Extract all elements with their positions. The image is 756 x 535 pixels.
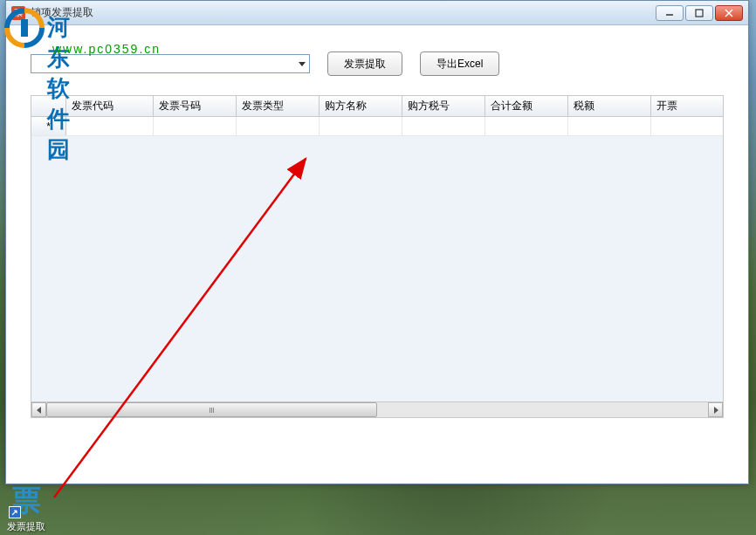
source-combobox[interactable] bbox=[31, 54, 310, 73]
grid-header-selector[interactable] bbox=[31, 96, 66, 116]
shortcut-arrow-icon bbox=[9, 506, 21, 518]
col-tax-amount[interactable]: 税额 bbox=[568, 96, 651, 116]
col-buyer-name[interactable]: 购方名称 bbox=[320, 96, 402, 116]
cell[interactable] bbox=[651, 117, 695, 135]
main-window: 票 销项发票提取 发票提取 导出Excel 发票代码 bbox=[5, 0, 749, 484]
horizontal-scrollbar[interactable] bbox=[31, 401, 723, 417]
scroll-track[interactable] bbox=[46, 402, 708, 417]
svg-marker-6 bbox=[714, 407, 718, 414]
scroll-thumb[interactable] bbox=[46, 402, 377, 417]
cell[interactable] bbox=[568, 117, 651, 135]
cell[interactable] bbox=[66, 117, 154, 135]
svg-rect-2 bbox=[696, 10, 703, 17]
shortcut-label: 发票提取 bbox=[7, 520, 45, 533]
cell[interactable] bbox=[402, 117, 485, 135]
cell[interactable] bbox=[320, 117, 402, 135]
cell[interactable] bbox=[485, 117, 568, 135]
maximize-button[interactable] bbox=[685, 5, 713, 21]
col-invoice-number[interactable]: 发票号码 bbox=[154, 96, 237, 116]
svg-marker-5 bbox=[37, 407, 41, 414]
minimize-button[interactable] bbox=[656, 5, 684, 21]
source-input[interactable] bbox=[31, 55, 295, 72]
titlebar[interactable]: 票 销项发票提取 bbox=[6, 1, 748, 25]
app-icon: 票 bbox=[11, 6, 25, 20]
extract-button[interactable]: 发票提取 bbox=[327, 51, 402, 76]
col-invoice-type[interactable]: 发票类型 bbox=[237, 96, 320, 116]
export-excel-button[interactable]: 导出Excel bbox=[420, 51, 499, 76]
col-invoice-code[interactable]: 发票代码 bbox=[66, 96, 154, 116]
col-total-amount[interactable]: 合计金额 bbox=[485, 96, 568, 116]
col-buyer-tax-id[interactable]: 购方税号 bbox=[402, 96, 485, 116]
scroll-left-button[interactable] bbox=[31, 402, 46, 417]
row-indicator[interactable]: * bbox=[31, 117, 66, 135]
scroll-right-button[interactable] bbox=[708, 402, 723, 417]
table-row[interactable]: * bbox=[31, 117, 723, 136]
grid-header: 发票代码 发票号码 发票类型 购方名称 购方税号 合计金额 税额 开票 bbox=[31, 96, 723, 117]
col-issue[interactable]: 开票 bbox=[651, 96, 695, 116]
shortcut-icon: 票 bbox=[9, 484, 44, 518]
close-button[interactable] bbox=[715, 5, 743, 21]
chevron-down-icon[interactable] bbox=[295, 55, 309, 72]
window-title: 销项发票提取 bbox=[31, 5, 656, 20]
desktop-shortcut[interactable]: 票 发票提取 bbox=[7, 484, 45, 533]
cell[interactable] bbox=[154, 117, 237, 135]
cell[interactable] bbox=[237, 117, 320, 135]
invoice-grid[interactable]: 发票代码 发票号码 发票类型 购方名称 购方税号 合计金额 税额 开票 * bbox=[31, 95, 724, 418]
